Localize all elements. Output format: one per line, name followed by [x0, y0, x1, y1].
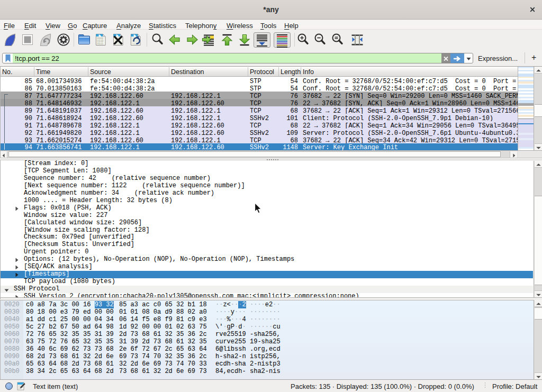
svg-text:0111: 0111	[97, 42, 104, 45]
